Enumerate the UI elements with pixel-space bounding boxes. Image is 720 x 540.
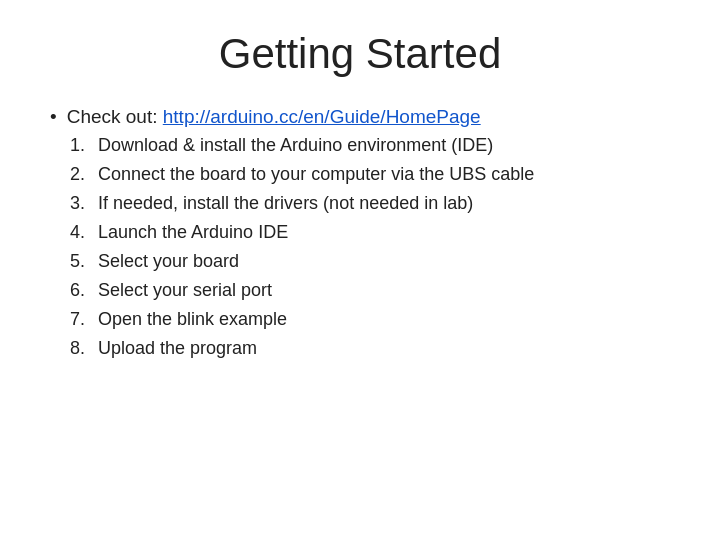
step-text: Upload the program: [98, 335, 257, 362]
list-item: 1.Download & install the Arduino environ…: [70, 132, 670, 159]
step-text: Open the blink example: [98, 306, 287, 333]
step-number: 5.: [70, 248, 98, 275]
step-number: 6.: [70, 277, 98, 304]
step-number: 7.: [70, 306, 98, 333]
list-item: 5.Select your board: [70, 248, 670, 275]
step-number: 1.: [70, 132, 98, 159]
arduino-link[interactable]: http://arduino.cc/en/Guide/HomePage: [163, 106, 481, 127]
content-section: • Check out: http://arduino.cc/en/Guide/…: [50, 106, 670, 362]
steps-list: 1.Download & install the Arduino environ…: [70, 132, 670, 362]
step-text: Select your board: [98, 248, 239, 275]
list-item: 2.Connect the board to your computer via…: [70, 161, 670, 188]
step-text: Select your serial port: [98, 277, 272, 304]
list-item: 4.Launch the Arduino IDE: [70, 219, 670, 246]
step-text: Download & install the Arduino environme…: [98, 132, 493, 159]
step-text: Launch the Arduino IDE: [98, 219, 288, 246]
check-out-bullet: • Check out: http://arduino.cc/en/Guide/…: [50, 106, 670, 128]
list-item: 3.If needed, install the drivers (not ne…: [70, 190, 670, 217]
step-number: 8.: [70, 335, 98, 362]
check-out-prefix: Check out:: [67, 106, 163, 127]
step-number: 4.: [70, 219, 98, 246]
step-text: If needed, install the drivers (not need…: [98, 190, 473, 217]
page: Getting Started • Check out: http://ardu…: [0, 0, 720, 540]
step-number: 2.: [70, 161, 98, 188]
bullet-dot: •: [50, 106, 57, 128]
list-item: 7.Open the blink example: [70, 306, 670, 333]
list-item: 6.Select your serial port: [70, 277, 670, 304]
step-text: Connect the board to your computer via t…: [98, 161, 534, 188]
bullet-text: Check out: http://arduino.cc/en/Guide/Ho…: [67, 106, 481, 128]
step-number: 3.: [70, 190, 98, 217]
list-item: 8.Upload the program: [70, 335, 670, 362]
page-title: Getting Started: [50, 30, 670, 78]
